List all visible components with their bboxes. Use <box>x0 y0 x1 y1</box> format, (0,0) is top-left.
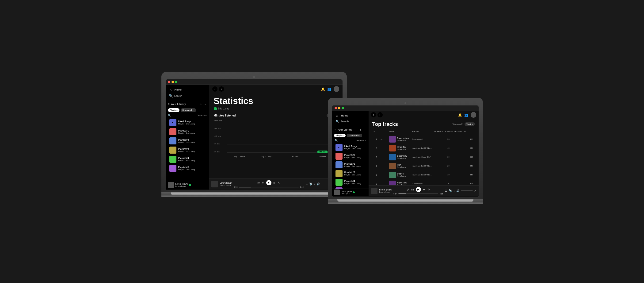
home-icon-2: ⌂ <box>336 114 339 117</box>
bar-label-0: July 7 - July 13 <box>234 156 245 157</box>
track-row-4[interactable]: 5 ↓ Cookie NewJeans NewJeans 1st EP 'New… <box>372 170 475 179</box>
prev-icon-1[interactable]: ⏮ <box>262 181 264 184</box>
filter-downloaded-1[interactable]: Downloaded <box>181 108 196 112</box>
next-icon-2[interactable]: ⏭ <box>423 188 426 191</box>
filter-playlists-1[interactable]: Playlists <box>168 108 180 112</box>
playlist2-name-1: Playlist #2 <box>178 139 195 141</box>
shuffle-icon-2[interactable]: ⇄ <box>407 188 409 191</box>
next-icon-1[interactable]: ⏭ <box>273 181 276 184</box>
track-row-1[interactable]: 2 ↑ Hype Boy NewJeans NewJeans 1st EP 'N… <box>372 144 475 153</box>
fullscreen-icon-2[interactable]: ⤢ <box>474 189 476 192</box>
table-header-2: # Title Album Number of times played ⏱ <box>372 130 475 134</box>
connect-icon-2[interactable]: 📡 <box>449 189 452 192</box>
playlist-list-1: ♥ Liked Songs Playlist • Eric Luong Play… <box>166 118 209 181</box>
arrow-icon-1[interactable]: → <box>204 102 207 106</box>
repeat-icon-1[interactable]: ↻ <box>278 181 280 184</box>
sidebar-search-2[interactable]: 🔍 Search <box>334 118 366 124</box>
forward-button-1[interactable]: › <box>219 86 224 92</box>
playlist-item-5-1[interactable]: Playlist #5 Playlist • Eric Luong <box>167 164 208 173</box>
playlist-item-liked-2[interactable]: ♥ Liked Songs Playlist • Eric Luong <box>334 143 367 152</box>
queue-icon-2[interactable]: ☰ <box>445 189 448 192</box>
playlist-item-3-1[interactable]: Playlist #3 Playlist • Eric Luong <box>167 146 208 155</box>
notification-icon-2[interactable]: 🔔 <box>458 113 462 117</box>
filter-downloaded-2[interactable]: Downloaded <box>347 134 362 137</box>
now-playing-bar-1: Lorem Ipsum Lorem Ipsum ⇄ ⏮ ▶ ⏭ ↻ <box>209 178 342 189</box>
playlist-item-5-2[interactable]: Playlist #5 Playlist • Eric Luong <box>334 187 367 189</box>
track-num-4: 5 <box>374 174 379 176</box>
back-button-2[interactable]: ‹ <box>371 112 376 117</box>
this-week-label-2[interactable]: This week ⓘ <box>452 123 463 125</box>
chart-nav-left-1[interactable]: ‹ <box>227 139 228 142</box>
liked-songs-name-1: Liked Songs <box>178 120 195 123</box>
recents-menu-icon-2[interactable]: ≡ <box>365 139 366 142</box>
track-plays-4: 10 <box>434 174 463 176</box>
library-search-icon-2[interactable]: 🔍 <box>334 139 338 142</box>
forward-button-2[interactable]: › <box>378 112 383 117</box>
th-album: Album <box>412 131 433 133</box>
lyrics-icon-1[interactable]: ♪ <box>314 183 315 185</box>
playlist3-name-1: Playlist #3 <box>178 148 195 150</box>
repeat-icon-2[interactable]: ↻ <box>428 188 430 191</box>
playlist-item-liked-1[interactable]: ♥ Liked Songs Playlist • Eric Luong <box>167 118 208 127</box>
sidebar-item-home-1[interactable]: ⌂ Home <box>168 87 207 93</box>
volume-icon-2[interactable]: 🔊 <box>456 189 460 192</box>
connect-icon-1[interactable]: 📡 <box>309 182 312 185</box>
playlist-item-1-2[interactable]: Playlist #1 Playlist • Eric Luong <box>334 152 367 160</box>
playlist-item-3-2[interactable]: Playlist #3 Playlist • Eric Luong <box>334 169 367 178</box>
track-row-0[interactable]: 1 — Supernatural NewJeans Supernatural 5… <box>372 135 475 144</box>
play-button-2[interactable]: ▶ <box>416 187 421 192</box>
filter-playlists-2[interactable]: Playlists <box>334 134 346 137</box>
playlist-item-4-1[interactable]: Playlist #4 Playlist • Eric Luong <box>167 155 208 164</box>
minimize-button-1[interactable] <box>172 81 174 83</box>
library-search-icon-1[interactable]: 🔍 <box>168 114 171 117</box>
playlist1-thumb-1 <box>170 128 176 135</box>
shuffle-icon-1[interactable]: ⇄ <box>257 181 260 184</box>
liked-songs-meta-1: Playlist • Eric Luong <box>178 123 195 125</box>
prev-icon-2[interactable]: ⏮ <box>411 188 414 191</box>
maximize-button-1[interactable] <box>175 81 177 83</box>
track-row-3[interactable]: 4 ↑ Hurt NewJeans NewJeans 1st EP 'New J… <box>372 162 475 170</box>
add-library-icon-1[interactable]: + <box>200 102 202 106</box>
current-time-2: 0:54 <box>394 193 397 195</box>
queue-icon-1[interactable]: ☰ <box>306 182 308 185</box>
minimize-button-2[interactable] <box>338 107 340 109</box>
sidebar-search-1[interactable]: 🔍 Search <box>168 93 207 99</box>
play-button-1[interactable]: ▶ <box>266 180 272 185</box>
friends-icon-2[interactable]: 👥 <box>464 113 468 117</box>
back-button-1[interactable]: ‹ <box>212 86 218 92</box>
maximize-button-2[interactable] <box>342 107 344 109</box>
add-library-icon-2[interactable]: + <box>360 128 361 132</box>
user-avatar-1[interactable] <box>334 86 339 92</box>
track-change-1: ↑ <box>381 147 388 149</box>
volume-bar-2[interactable] <box>461 190 473 191</box>
user-avatar-2[interactable] <box>470 112 476 118</box>
playlist-item-4-2[interactable]: Playlist #4 Playlist • Eric Luong <box>334 178 367 186</box>
stats-page-1: Statistics Eric Luong Minutes listened W… <box>209 93 342 178</box>
playlist-item-2-1[interactable]: Playlist #2 Playlist • Eric Luong <box>167 136 208 145</box>
track-info-4: Cookie NewJeans <box>389 172 410 178</box>
track-row-2[interactable]: 3 ↑ Super Shy NewJeans NewJeans 'Super S… <box>372 153 475 162</box>
recents-menu-icon-1[interactable]: ≡ <box>205 114 206 117</box>
track-duration-4: 3:56 <box>464 174 474 176</box>
laptop-1-foot <box>171 192 337 195</box>
lyrics-icon-2[interactable]: ♪ <box>454 189 455 192</box>
y-label-3: 500 mins <box>214 143 222 145</box>
progress-track-2[interactable] <box>398 193 438 194</box>
volume-icon-1[interactable]: 🔊 <box>317 182 320 185</box>
playlist-item-2-2[interactable]: Playlist #2 Playlist • Eric Luong <box>334 161 367 169</box>
friends-icon-1[interactable]: 👥 <box>327 87 331 91</box>
close-button-2[interactable] <box>334 107 337 109</box>
sidebar-item-home-2[interactable]: ⌂ Home <box>334 113 366 118</box>
chart-section-1: Minutes listened Week ▾ 4000+ mins <box>214 114 338 157</box>
close-button-1[interactable] <box>168 81 170 83</box>
notification-icon-1[interactable]: 🔔 <box>321 87 325 91</box>
week-dropdown-2[interactable]: Week ▾ <box>464 122 474 126</box>
progress-track-1[interactable] <box>239 187 299 187</box>
home-label-2: Home <box>341 114 348 117</box>
laptop-2-camera <box>404 102 406 104</box>
arrow-icon-2[interactable]: → <box>363 128 366 132</box>
track-thumb-4 <box>389 172 396 178</box>
track-row-5[interactable]: 6 ↓ Right Now NewJeans Supernatural 5 2:… <box>372 179 475 185</box>
track-plays-3: 20 <box>434 165 463 167</box>
playlist-item-1-1[interactable]: Playlist #1 Playlist • Eric Luong <box>167 127 208 136</box>
